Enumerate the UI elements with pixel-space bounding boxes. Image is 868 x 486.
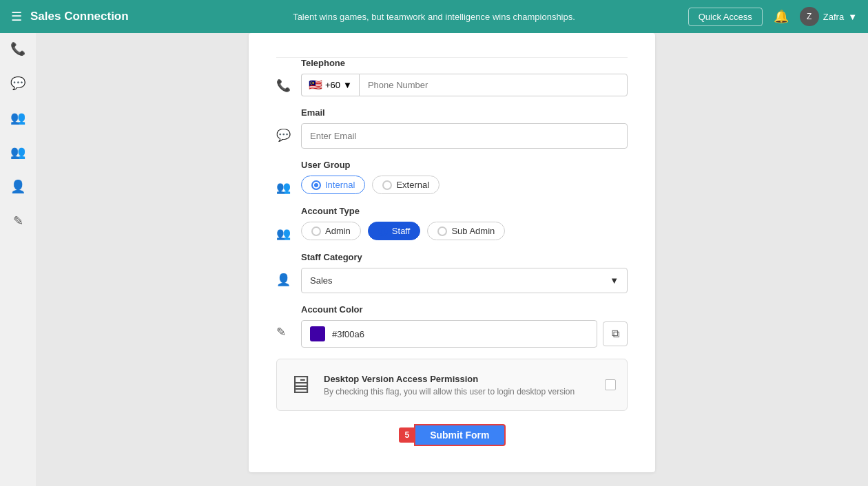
- radio-dot-external: [382, 180, 392, 190]
- radio-internal[interactable]: Internal: [301, 176, 365, 194]
- color-input-box[interactable]: #3f00a6: [301, 320, 597, 348]
- monitor-icon: 🖥: [288, 370, 313, 399]
- radio-dot-internal: [311, 180, 321, 190]
- account-type-radio-group: Admin Staff Sub Admin: [301, 222, 628, 240]
- account-type-label: Account Type: [301, 206, 628, 216]
- sidebar-phone-icon[interactable]: 📞: [10, 41, 25, 56]
- desktop-perm-desc: By checking this flag, you will allow th…: [324, 387, 594, 397]
- sidebar-add-user-icon[interactable]: 👤: [10, 179, 25, 194]
- radio-sub-admin[interactable]: Sub Admin: [427, 222, 505, 240]
- email-label: Email: [301, 107, 628, 118]
- radio-admin-label: Admin: [325, 226, 351, 236]
- user-group-label: User Group: [301, 160, 628, 170]
- account-type-content: Account Type Admin Staff Sub Admin: [301, 206, 628, 240]
- copy-color-button[interactable]: ⧉: [603, 321, 628, 346]
- account-type-icon-col: 👥: [276, 206, 301, 241]
- country-select-chevron-icon: ▼: [343, 80, 352, 90]
- chat-icon: 💬: [276, 129, 291, 142]
- user-group-section: 👥 User Group Internal External: [276, 160, 628, 195]
- sidebar-users-icon[interactable]: 👥: [10, 110, 25, 125]
- email-input[interactable]: [301, 123, 628, 149]
- telephone-section: 📞 Telephone 🇲🇾 +60 ▼: [276, 58, 628, 96]
- country-code-select[interactable]: 🇲🇾 +60 ▼: [301, 74, 359, 96]
- scroll-top-hint: [276, 33, 628, 58]
- radio-external-label: External: [396, 180, 429, 190]
- account-color-content: Account Color #3f00a6 ⧉: [301, 304, 628, 348]
- radio-sub-admin-label: Sub Admin: [451, 226, 495, 236]
- color-swatch: [310, 326, 325, 341]
- main-layout: 📞 💬 👥 👥 👤 ✎ 📞 Telephone 🇲🇾 +: [0, 33, 868, 486]
- permission-text: Desktop Version Access Permission By che…: [324, 374, 594, 397]
- email-section: 💬 Email: [276, 107, 628, 149]
- desktop-permission-box: 🖥 Desktop Version Access Permission By c…: [276, 359, 628, 411]
- sidebar-edit-icon[interactable]: ✎: [13, 213, 23, 229]
- staff-category-content: Staff Category Sales ▼: [301, 252, 628, 293]
- staff-category-dropdown[interactable]: Sales ▼: [301, 268, 628, 293]
- team-icon: 👥: [276, 227, 291, 240]
- email-icon-col: 💬: [276, 107, 301, 142]
- sidebar-team-icon[interactable]: 👥: [10, 145, 25, 160]
- quick-access-button[interactable]: Quick Access: [688, 8, 763, 26]
- desktop-perm-title: Desktop Version Access Permission: [324, 374, 594, 384]
- radio-internal-label: Internal: [325, 180, 355, 190]
- account-color-label: Account Color: [301, 304, 628, 315]
- dropdown-chevron-icon: ▼: [610, 275, 619, 286]
- content-area: 📞 Telephone 🇲🇾 +60 ▼: [36, 33, 868, 486]
- user-group-radio-group: Internal External: [301, 176, 628, 194]
- form-card: 📞 Telephone 🇲🇾 +60 ▼: [249, 33, 655, 472]
- staff-category-section: 👤 Staff Category Sales ▼: [276, 252, 628, 293]
- radio-dot-sub-admin: [437, 226, 447, 236]
- account-color-icon-col: ✎: [276, 304, 301, 339]
- sidebar-chat-icon[interactable]: 💬: [10, 76, 25, 91]
- radio-external[interactable]: External: [372, 176, 440, 194]
- color-value: #3f00a6: [332, 329, 364, 339]
- submit-button[interactable]: Submit Form: [415, 425, 504, 445]
- phone-number-input[interactable]: [359, 74, 628, 96]
- nav-left: ☰ Sales Connection: [11, 9, 129, 24]
- sidebar: 📞 💬 👥 👥 👤 ✎: [0, 33, 36, 486]
- desktop-perm-checkbox[interactable]: [605, 379, 616, 390]
- app-title: Sales Connection: [30, 10, 129, 23]
- telephone-content: Telephone 🇲🇾 +60 ▼: [301, 58, 628, 96]
- telephone-label: Telephone: [301, 58, 628, 68]
- users-icon: 👥: [276, 181, 291, 194]
- account-color-section: ✎ Account Color #3f00a6 ⧉: [276, 304, 628, 348]
- user-name: Zafra: [823, 12, 844, 22]
- account-type-section: 👥 Account Type Admin Staff: [276, 206, 628, 241]
- phone-icon: 📞: [276, 79, 291, 92]
- copy-icon: ⧉: [612, 328, 619, 340]
- hamburger-menu-icon[interactable]: ☰: [11, 9, 22, 24]
- radio-staff-label: Staff: [392, 226, 411, 236]
- telephone-icon-col: 📞: [276, 58, 301, 93]
- top-navigation: ☰ Sales Connection Talent wins games, bu…: [0, 0, 868, 33]
- color-row: #3f00a6 ⧉: [301, 320, 628, 348]
- user-group-icon-col: 👥: [276, 160, 301, 195]
- staff-category-value: Sales: [310, 275, 333, 286]
- chevron-down-icon: ▼: [848, 12, 857, 22]
- staff-category-icon-col: 👤: [276, 252, 301, 287]
- nav-right: Quick Access 🔔 Z Zafra ▼: [688, 7, 857, 26]
- flag-icon: 🇲🇾: [309, 78, 322, 92]
- radio-admin[interactable]: Admin: [301, 222, 361, 240]
- edit-icon: ✎: [276, 326, 286, 339]
- submit-row: 5 Submit Form: [276, 425, 628, 445]
- staff-category-label: Staff Category: [301, 252, 628, 262]
- radio-staff[interactable]: Staff: [368, 222, 421, 240]
- step-badge: 5: [399, 427, 415, 443]
- bell-icon[interactable]: 🔔: [774, 9, 789, 24]
- email-content: Email: [301, 107, 628, 149]
- radio-dot-staff: [378, 226, 388, 236]
- radio-dot-admin: [311, 226, 321, 236]
- add-user-icon: 👤: [276, 273, 291, 286]
- user-profile[interactable]: Z Zafra ▼: [800, 7, 857, 26]
- user-group-content: User Group Internal External: [301, 160, 628, 194]
- country-code-value: +60: [325, 80, 340, 90]
- phone-row: 🇲🇾 +60 ▼: [301, 74, 628, 96]
- tagline: Talent wins games, but teamwork and inte…: [293, 12, 575, 22]
- avatar: Z: [800, 7, 819, 26]
